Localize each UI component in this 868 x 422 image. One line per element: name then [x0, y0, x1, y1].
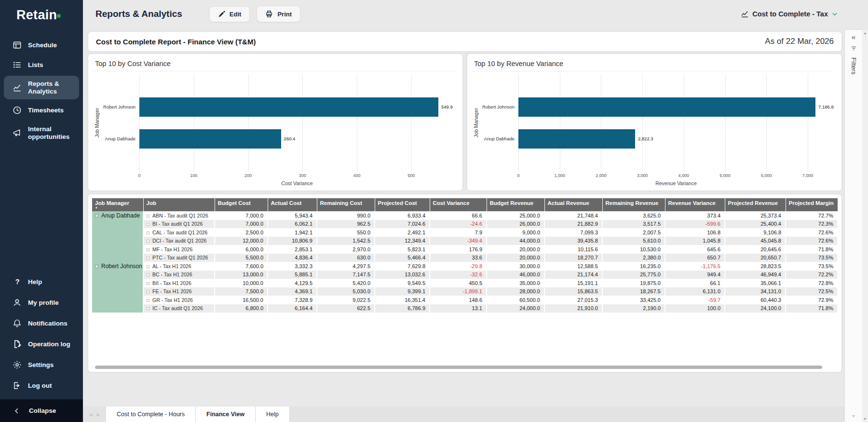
megaphone-icon: [13, 128, 22, 137]
bar[interactable]: [139, 129, 281, 149]
bar-value-label: 7,186.8: [818, 104, 834, 109]
expand-filters-icon[interactable]: «: [852, 34, 855, 41]
scroll-down-arrow-icon[interactable]: ▼: [864, 417, 867, 421]
expand-icon[interactable]: [95, 214, 98, 218]
sidebar-item-reports-analytics[interactable]: Reports & Analytics: [4, 76, 79, 99]
category-labels: Robert JohnsonAnup Dabhade: [480, 74, 518, 171]
value-cell: 1,542.5: [317, 237, 375, 245]
bar[interactable]: [518, 97, 815, 117]
job-name: BI - Tax audit Q1 2026: [152, 221, 203, 227]
bar[interactable]: [518, 129, 635, 149]
column-header[interactable]: Job Manager▲: [92, 198, 143, 211]
column-header[interactable]: Cost Variance: [430, 198, 487, 211]
x-tick-label: 4,000: [678, 173, 690, 178]
tab-help[interactable]: Help: [256, 407, 290, 422]
expand-icon[interactable]: [147, 282, 149, 285]
column-header[interactable]: Actual Cost: [268, 198, 317, 211]
column-header[interactable]: Job: [143, 198, 215, 211]
sidebar: Retain Schedule Lists Reports & Analytic…: [0, 0, 83, 422]
column-header[interactable]: Remaining Cost: [317, 198, 375, 211]
job-cell[interactable]: AL - Tax H1 2026: [143, 262, 215, 271]
expand-icon[interactable]: [147, 248, 149, 251]
expand-icon[interactable]: [147, 299, 149, 302]
job-cell[interactable]: ABN - Tax audit Q1 2026: [143, 211, 215, 220]
vertical-scrollbar[interactable]: ▲ ▼: [862, 30, 868, 422]
expand-icon[interactable]: [147, 290, 149, 293]
job-cell[interactable]: BC - Tax H1 2026: [143, 271, 215, 279]
sidebar-item-label: Operation log: [28, 340, 70, 348]
expand-icon[interactable]: [147, 307, 149, 310]
scroll-up-arrow-icon[interactable]: ▲: [864, 31, 867, 35]
print-button[interactable]: Print: [257, 6, 300, 22]
column-header[interactable]: Revenue Variance: [665, 198, 725, 211]
sidebar-item-notifications[interactable]: Notifications: [4, 314, 79, 332]
job-manager-cell[interactable]: Robert Johnson: [92, 262, 143, 313]
value-cell: 60,500.0: [487, 296, 544, 304]
job-manager-cell[interactable]: Anup Dabhade: [92, 211, 143, 262]
job-cell[interactable]: DCI - Tax audit Q1 2026: [143, 237, 215, 245]
expand-icon[interactable]: [147, 223, 149, 226]
column-header[interactable]: Actual Revenue: [544, 198, 602, 211]
job-name: CAL - Tax audit Q1 2026: [152, 230, 207, 235]
sidebar-item-lists[interactable]: Lists: [4, 56, 79, 74]
expand-icon[interactable]: [147, 231, 149, 234]
scroll-down-icon[interactable]: ⌄: [851, 411, 856, 418]
expand-icon[interactable]: [147, 257, 149, 259]
sidebar-item-log-out[interactable]: Log out: [4, 377, 79, 395]
report-selector-dropdown[interactable]: Cost to Complete - Tax: [741, 10, 838, 18]
sidebar-item-settings[interactable]: Settings: [4, 356, 79, 374]
tab-label: Help: [266, 411, 279, 418]
chart-card-revenue-variance: Top 10 by Revenue Variance Job Manager R…: [467, 54, 841, 191]
job-cell[interactable]: CAL - Tax audit Q1 2026: [143, 228, 215, 237]
category-label: Robert Johnson: [482, 97, 515, 117]
column-header[interactable]: Remaining Revenue: [602, 198, 665, 211]
horizontal-scrollbar-thumb[interactable]: [95, 366, 822, 369]
value-cell: 33.6: [430, 254, 487, 262]
bar[interactable]: [139, 97, 438, 117]
report-table: Job Manager▲JobBudget CostActual CostRem…: [92, 198, 838, 313]
value-cell: 35,066.1: [725, 279, 786, 287]
expand-icon[interactable]: [147, 240, 149, 243]
sidebar-item-timesheets[interactable]: Timesheets: [4, 101, 79, 119]
sidebar-item-label: Settings: [28, 361, 54, 369]
job-cell[interactable]: FE - Tax H1 2026: [143, 287, 215, 296]
job-cell[interactable]: GR - Tax H1 2026: [143, 296, 215, 304]
edit-button[interactable]: Edit: [209, 6, 250, 22]
tab-cost-to-complete-hours[interactable]: Cost to Complete - Hours: [106, 407, 196, 422]
tab-nav-right-icon[interactable]: ▹: [97, 411, 100, 418]
expand-icon[interactable]: [147, 265, 149, 268]
job-cell[interactable]: BII - Tax H1 2026: [143, 279, 215, 287]
sidebar-item-internal-opportunities[interactable]: Internal opportunities: [4, 121, 79, 145]
column-header[interactable]: Projected Cost: [375, 198, 430, 211]
job-name: ABN - Tax audit Q1 2026: [152, 213, 208, 218]
value-cell: 30,000.0: [487, 262, 544, 271]
lists-icon: [13, 60, 22, 69]
page-tab-strip: ◃ ▹ Cost to Complete - Hours Finance Vie…: [83, 407, 845, 422]
tab-nav-left-icon[interactable]: ◃: [89, 411, 92, 418]
expand-icon[interactable]: [95, 265, 98, 268]
job-cell[interactable]: PTC - Tax audit Q1 2026: [143, 254, 215, 262]
value-cell: 44,000.0: [487, 237, 544, 245]
job-cell[interactable]: IC - Tax audit Q1 2026: [143, 304, 215, 313]
sidebar-item-help[interactable]: ? Help: [4, 273, 79, 291]
sidebar-collapse-button[interactable]: Collapse: [0, 399, 83, 422]
column-header[interactable]: Projected Margin: [786, 198, 838, 211]
sidebar-item-label: Help: [28, 278, 42, 286]
sidebar-item-operation-log[interactable]: Operation log: [4, 335, 79, 353]
sidebar-item-my-profile[interactable]: My profile: [4, 294, 79, 312]
sidebar-item-schedule[interactable]: Schedule: [4, 36, 79, 54]
job-cell[interactable]: BI - Tax audit Q1 2026: [143, 220, 215, 229]
column-header[interactable]: Budget Cost: [215, 198, 268, 211]
column-header[interactable]: Budget Revenue: [487, 198, 544, 211]
value-cell: -349.4: [430, 237, 487, 245]
expand-icon[interactable]: [147, 273, 149, 276]
table-row: PTC - Tax audit Q1 20265,500.04,836.4630…: [92, 254, 838, 262]
column-header[interactable]: Projected Revenue: [725, 198, 786, 211]
expand-icon[interactable]: [147, 215, 149, 218]
value-cell: 5,420.0: [317, 279, 375, 287]
value-cell: 66.1: [665, 279, 725, 287]
tab-finance-view[interactable]: Finance View: [196, 407, 256, 422]
value-cell: 73.5%: [786, 254, 838, 262]
filter-icon[interactable]: [851, 45, 857, 52]
job-cell[interactable]: MF - Tax H1 2026: [143, 245, 215, 254]
